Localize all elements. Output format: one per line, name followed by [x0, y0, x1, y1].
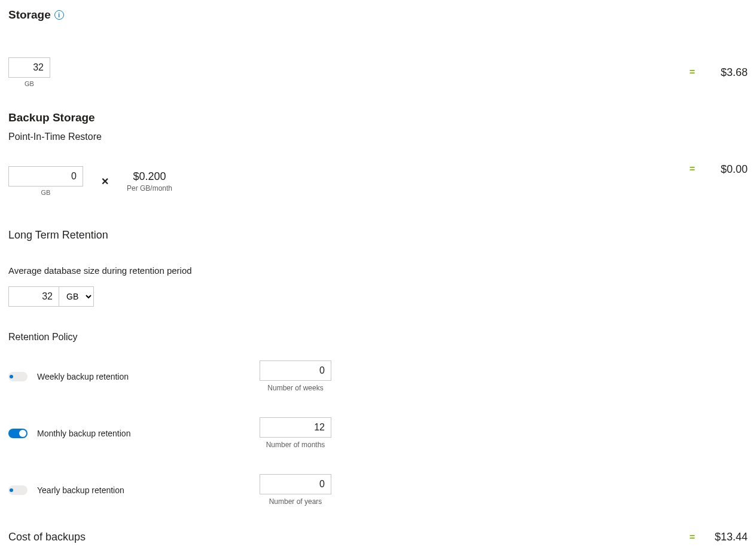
pitr-size-input[interactable] [8, 166, 83, 187]
retention-policy-label: Retention Policy [8, 332, 748, 343]
monthly-retention-row: Monthly backup retention Number of month… [8, 417, 748, 449]
yearly-caption: Number of years [269, 497, 322, 506]
ltr-heading: Long Term Retention [8, 229, 748, 242]
pitr-unit: GB [41, 189, 51, 196]
avg-size-label: Average database size during retention p… [8, 265, 748, 276]
weekly-caption: Number of weeks [267, 384, 323, 392]
pitr-price-block: $0.200 Per GB/month [127, 170, 172, 192]
equals-icon: = [690, 67, 695, 78]
yearly-label: Yearly backup retention [37, 485, 124, 495]
cost-backups-value: $13.44 [712, 531, 748, 543]
equals-icon: = [690, 532, 695, 543]
weekly-value-input[interactable] [260, 360, 331, 381]
storage-unit: GB [25, 80, 34, 87]
monthly-label: Monthly backup retention [37, 429, 130, 438]
pitr-subtitle: Point-In-Time Restore [8, 132, 748, 142]
yearly-toggle[interactable] [8, 485, 28, 495]
equals-icon: = [690, 164, 695, 175]
pitr-input-block: GB [8, 166, 83, 196]
pitr-price-unit: Per GB/month [127, 184, 172, 192]
storage-cost-value: $3.68 [712, 66, 748, 79]
pitr-price: $0.200 [127, 170, 172, 183]
cost-backups-label: Cost of backups [8, 531, 86, 543]
weekly-retention-row: Weekly backup retention Number of weeks [8, 360, 748, 392]
monthly-toggle[interactable] [8, 429, 28, 438]
storage-heading: Storage i [8, 8, 64, 22]
storage-size-input[interactable] [8, 57, 50, 78]
yearly-value-input[interactable] [260, 474, 331, 494]
cost-backups-cost: = $13.44 [690, 531, 748, 543]
avg-size-unit-select[interactable]: GB [59, 286, 94, 307]
pitr-cost-value: $0.00 [712, 163, 748, 176]
storage-title: Storage [8, 8, 51, 22]
weekly-toggle[interactable] [8, 372, 28, 381]
yearly-retention-row: Yearly backup retention Number of years [8, 474, 748, 506]
info-icon[interactable]: i [54, 10, 64, 20]
multiply-icon: ✕ [101, 176, 109, 187]
backup-title: Backup Storage [8, 111, 95, 124]
monthly-value-input[interactable] [260, 417, 331, 438]
storage-cost: = $3.68 [690, 66, 748, 79]
backup-heading: Backup Storage [8, 111, 95, 124]
avg-size-input[interactable] [8, 286, 59, 307]
weekly-label: Weekly backup retention [37, 372, 129, 381]
storage-input-block: GB [8, 57, 50, 87]
monthly-caption: Number of months [266, 441, 325, 449]
pitr-cost: = $0.00 [690, 163, 748, 176]
